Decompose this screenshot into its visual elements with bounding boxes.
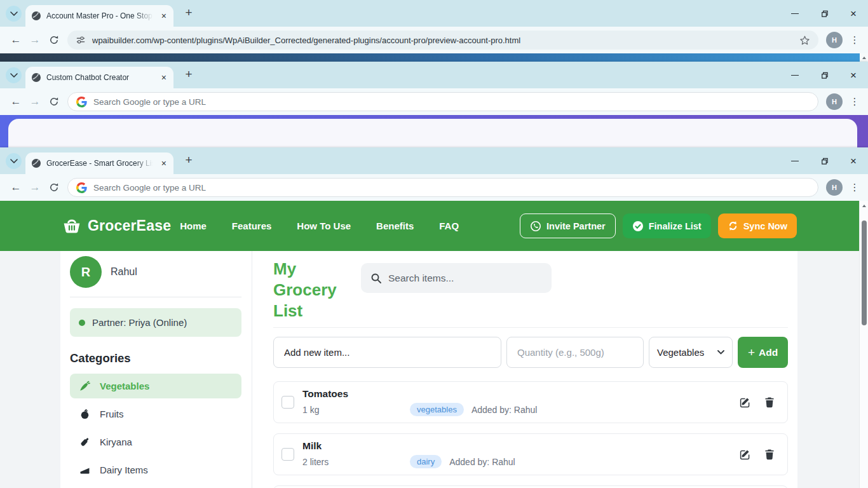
minimize-button[interactable] <box>780 147 810 174</box>
user-name: Rahul <box>111 266 137 278</box>
address-bar[interactable]: Search Google or type a URL <box>67 92 818 111</box>
category-vegetables[interactable]: Vegetables <box>70 374 241 398</box>
page-title: My Grocery List <box>273 259 361 322</box>
category-kiryana[interactable]: Kiryana <box>70 430 241 454</box>
restore-button[interactable] <box>810 147 839 174</box>
back-button[interactable]: ← <box>6 178 25 197</box>
new-tab-button[interactable]: + <box>180 152 197 168</box>
profile-avatar[interactable]: H <box>826 93 843 110</box>
browser-menu-icon[interactable]: ⋮ <box>848 182 862 193</box>
scrollbar-thumb[interactable] <box>862 220 867 325</box>
new-tab-button[interactable]: + <box>180 4 197 21</box>
plus-icon: + <box>748 346 755 360</box>
google-g-icon <box>76 182 87 193</box>
item-checkbox[interactable] <box>281 396 294 409</box>
globe-favicon-icon <box>31 11 41 21</box>
forward-button[interactable]: → <box>25 30 44 50</box>
nav-features[interactable]: Features <box>232 220 272 231</box>
nav-how-to-use[interactable]: How To Use <box>297 220 351 231</box>
profile-avatar[interactable]: H <box>826 32 843 48</box>
category-label: Dairy Items <box>100 464 148 475</box>
add-item-form: Vegetables + Add <box>273 337 788 368</box>
category-select[interactable]: Vegetables <box>649 337 733 368</box>
restore-button[interactable] <box>810 62 839 88</box>
category-dairy-items[interactable]: Dairy Items <box>70 458 241 482</box>
nav-faq[interactable]: FAQ <box>439 220 459 231</box>
profile-avatar[interactable]: H <box>826 179 843 196</box>
page-scrollbar[interactable] <box>859 201 868 488</box>
new-tab-button[interactable]: + <box>180 66 197 83</box>
window-controls: × <box>780 147 868 174</box>
bottle-icon <box>79 437 90 447</box>
browser-tab[interactable]: Custom Chatbot Creator × <box>25 67 173 88</box>
item-actions <box>739 396 775 408</box>
tab-title: Custom Chatbot Creator <box>46 73 155 82</box>
browser-toolbar: ← → Search Google or type a URL H ⋮ <box>0 88 868 115</box>
item-added-by: Added by: Rahul <box>449 457 515 467</box>
browser-menu-icon[interactable]: ⋮ <box>848 34 862 46</box>
right-gutter <box>797 251 868 488</box>
items-search[interactable] <box>361 263 552 293</box>
address-bar[interactable]: Search Google or type a URL <box>67 178 818 197</box>
tab-close-icon[interactable]: × <box>160 73 168 82</box>
close-window-button[interactable]: × <box>839 0 868 27</box>
chevron-down-icon <box>717 350 724 355</box>
tab-search-button[interactable] <box>6 153 22 169</box>
restore-button[interactable] <box>810 0 839 27</box>
finalize-list-button[interactable]: Finalize List <box>623 214 711 238</box>
sync-now-label: Sync Now <box>743 221 787 231</box>
item-actions <box>739 449 775 460</box>
back-button[interactable]: ← <box>6 92 25 111</box>
add-item-button[interactable]: + Add <box>738 337 788 368</box>
minimize-icon <box>791 13 799 14</box>
nav-home[interactable]: Home <box>180 220 207 231</box>
grocerease-logo[interactable]: GrocerEase <box>62 217 171 234</box>
category-label: Fruits <box>100 409 124 419</box>
edit-icon[interactable] <box>739 449 750 460</box>
reload-button[interactable] <box>44 92 64 111</box>
new-item-input[interactable] <box>273 337 501 368</box>
page-scrollbar[interactable] <box>860 53 868 62</box>
sidebar: R Rahul Partner: Priya (Online) Categori… <box>60 251 252 488</box>
minimize-button[interactable] <box>780 62 810 88</box>
bookmark-star-icon[interactable] <box>799 35 810 46</box>
tab-search-button[interactable] <box>6 67 22 83</box>
forward-button[interactable]: → <box>25 92 44 111</box>
delete-icon[interactable] <box>764 396 775 408</box>
tab-close-icon[interactable]: × <box>160 159 168 168</box>
scroll-up-icon <box>862 57 866 59</box>
browser-menu-icon[interactable]: ⋮ <box>848 96 862 107</box>
reload-button[interactable] <box>44 30 64 50</box>
close-window-button[interactable]: × <box>839 62 868 88</box>
window-controls: × <box>780 62 868 88</box>
partner-status-label: Partner: Priya (Online) <box>92 317 187 328</box>
close-window-button[interactable]: × <box>839 147 868 174</box>
screen: Account Master Pro - One Stop × + × ← → <box>0 0 868 488</box>
add-button-label: Add <box>759 347 778 358</box>
quantity-input[interactable] <box>506 337 644 368</box>
tune-icon[interactable] <box>76 35 86 45</box>
titlebar: Account Master Pro - One Stop × + × <box>0 0 868 27</box>
invite-partner-button[interactable]: Invite Partner <box>520 214 616 238</box>
tab-search-button[interactable] <box>6 6 22 22</box>
category-fruits[interactable]: Fruits <box>70 402 241 426</box>
sync-now-button[interactable]: Sync Now <box>718 214 797 238</box>
search-icon <box>370 273 382 284</box>
item-info: Tomatoes 1 kg vegetables Added by: Rahul <box>302 388 537 416</box>
browser-tab[interactable]: GrocerEase - Smart Grocery List × <box>25 152 173 174</box>
user-avatar: R <box>70 256 102 288</box>
delete-icon[interactable] <box>764 449 775 460</box>
edit-icon[interactable] <box>739 396 750 408</box>
forward-button[interactable]: → <box>25 178 44 197</box>
tab-close-icon[interactable]: × <box>160 11 168 20</box>
item-checkbox[interactable] <box>281 448 294 461</box>
grocerease-page: GrocerEase Home Features How To Use Bene… <box>0 201 868 488</box>
search-items-input[interactable] <box>388 273 542 284</box>
address-bar[interactable]: wpaibuilder.com/wp-content/plugins/WpAiB… <box>67 30 818 50</box>
reload-button[interactable] <box>44 178 64 197</box>
browser-tab[interactable]: Account Master Pro - One Stop × <box>25 5 173 27</box>
item-name: Tomatoes <box>302 388 537 400</box>
nav-benefits[interactable]: Benefits <box>376 220 414 231</box>
minimize-button[interactable] <box>780 0 810 27</box>
back-button[interactable]: ← <box>6 30 25 50</box>
